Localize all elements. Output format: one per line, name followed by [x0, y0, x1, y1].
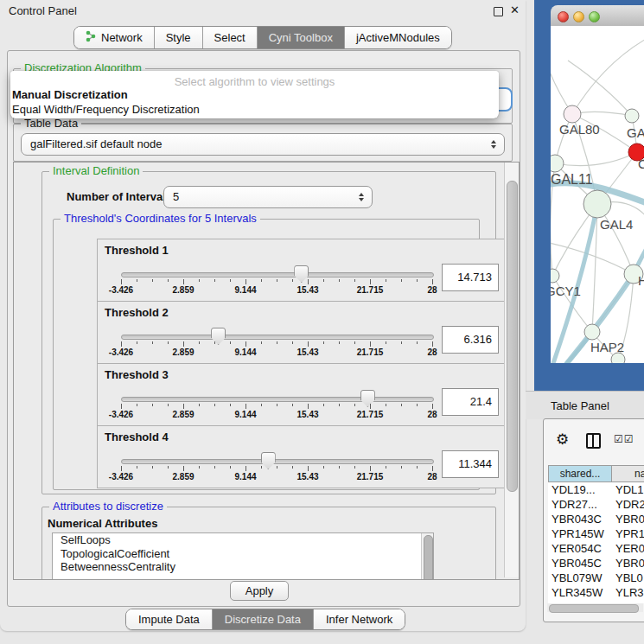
table-row[interactable]: YLR345WYLR3 [548, 585, 644, 600]
attributes-group-title: Attributes to discretize [49, 501, 167, 513]
major-tick [370, 279, 371, 284]
bottom-tab-impute-data[interactable]: Impute Data [126, 609, 213, 629]
table-row[interactable]: YDR27...YDR2 [548, 497, 644, 512]
attribute-item-betweennesscentrality[interactable]: BetweennessCentrality [53, 560, 433, 574]
settings-vertical-scrollbar[interactable] [504, 163, 519, 577]
tab-cyni-toolbox[interactable]: Cyni Toolbox [258, 27, 345, 48]
threshold-label: Threshold 1 [105, 244, 169, 257]
gear-icon[interactable]: ⚙ [556, 430, 569, 448]
minor-tick [323, 279, 324, 282]
tab-jactivemnodules-label: jActiveMNodules [356, 31, 440, 44]
table-horizontal-scrollbar[interactable] [547, 603, 643, 612]
scrollbar-thumb[interactable] [507, 181, 518, 492]
network-node-label: GAL4 [600, 217, 633, 232]
bottom-tab-infer-network[interactable]: Infer Network [314, 609, 405, 629]
scrollbar-thumb[interactable] [424, 535, 433, 580]
slider-thumb[interactable] [360, 390, 375, 407]
numerical-attributes-list[interactable]: SelfLoopsTopologicalCoefficientBetweenne… [52, 532, 434, 580]
table-data-combobox[interactable]: galFiltered.sif default node [21, 133, 505, 156]
table-row[interactable]: YBL079WYBL0 [548, 571, 644, 585]
major-tick [245, 466, 246, 471]
table-row[interactable]: YBR043CYBR0 [548, 512, 644, 526]
tab-style[interactable]: Style [155, 27, 203, 48]
bottom-tab-discretize-data[interactable]: Discretize Data [213, 609, 314, 629]
threshold-label: Threshold 2 [105, 306, 169, 319]
table-row[interactable]: YBR045CYBR0 [548, 556, 644, 571]
network-node-node-top-right[interactable] [625, 109, 639, 123]
minor-tick [168, 466, 169, 469]
close-icon[interactable]: ✕ [510, 3, 520, 16]
checkboxes-icon[interactable]: ☑☑ [614, 433, 634, 445]
network-node-gal11[interactable] [551, 155, 564, 172]
algorithm-option-equal-width-frequency-discretization[interactable]: Equal Width/Frequency Discretization [12, 103, 200, 116]
network-edge[interactable] [572, 38, 644, 114]
major-tick [308, 279, 309, 284]
network-canvas[interactable]: GAL80GACGAL11GAL4GCY1HHAP2 [551, 26, 644, 363]
slider-track[interactable] [121, 272, 434, 277]
tick-label: 15.43 [296, 285, 318, 295]
column-header-shared-name[interactable]: shared... [548, 465, 612, 482]
minor-tick [323, 466, 324, 469]
network-node-gal80[interactable] [564, 105, 581, 123]
float-window-icon[interactable] [494, 7, 503, 16]
minor-tick [292, 341, 293, 344]
threshold-value-field[interactable]: 14.713 [442, 264, 499, 291]
major-tick [183, 466, 184, 471]
algorithm-option-manual-discretization[interactable]: Manual Discretization [12, 88, 128, 101]
cell-shared-name: YER054C [548, 541, 612, 556]
number-of-intervals-value: 5 [173, 187, 179, 207]
minor-tick [339, 341, 340, 344]
minor-tick [214, 404, 215, 406]
table-row[interactable]: YDL19...YDL1 [548, 482, 644, 497]
threshold-value-field[interactable]: 21.4 [442, 388, 499, 416]
minor-tick [339, 466, 340, 469]
slider-thumb[interactable] [261, 452, 276, 469]
minor-tick [323, 404, 324, 406]
slider-track[interactable] [121, 335, 434, 340]
tick-label: 28 [427, 348, 437, 357]
apply-button[interactable]: Apply [230, 581, 289, 601]
network-graph[interactable]: GAL80GACGAL11GAL4GCY1HHAP2 [551, 26, 644, 363]
slider-thumb[interactable] [294, 265, 309, 283]
network-node-gcy1[interactable] [551, 269, 559, 283]
major-tick [370, 404, 371, 409]
network-edge[interactable] [551, 242, 634, 274]
attributes-list-scrollbar[interactable] [421, 533, 433, 580]
tick-label: 9.144 [234, 285, 256, 295]
threshold-value-field[interactable]: 11.344 [442, 450, 499, 478]
tab-network[interactable]: Network [74, 27, 155, 48]
table-row[interactable]: YPR145WYPR1 [548, 526, 644, 541]
network-node-label: GCY1 [551, 284, 581, 298]
network-edge[interactable] [555, 152, 637, 166]
tab-jactivemnodules[interactable]: jActiveMNodules [345, 27, 451, 48]
attribute-item-topologicalcoefficient[interactable]: TopologicalCoefficient [53, 547, 433, 561]
threshold-value-field[interactable]: 6.316 [442, 326, 499, 354]
network-node-gal4[interactable] [583, 190, 611, 218]
cell-name: YER0 [612, 541, 644, 556]
tick-label: 28 [427, 410, 437, 419]
mac-close-button[interactable] [558, 11, 569, 22]
split-columns-icon[interactable] [586, 433, 601, 449]
mac-minimize-button[interactable] [573, 11, 584, 22]
slider-track[interactable] [121, 397, 434, 402]
table-row[interactable]: YER054CYER0 [548, 541, 644, 556]
attribute-item-selfloops[interactable]: SelfLoops [53, 533, 433, 547]
major-tick [121, 404, 122, 409]
minor-tick [214, 279, 215, 282]
minor-tick [214, 341, 215, 344]
tab-select-label: Select [214, 31, 245, 44]
major-tick [183, 341, 184, 347]
column-header-name[interactable]: na [612, 465, 644, 482]
mac-zoom-button[interactable] [589, 11, 600, 22]
scrollbar-thumb[interactable] [549, 604, 639, 613]
slider-track[interactable] [121, 459, 434, 464]
minor-tick [152, 466, 153, 469]
tab-select[interactable]: Select [203, 27, 258, 48]
threshold-panel-2: Threshold 2-3.4262.8599.14415.4321.71528… [97, 301, 512, 364]
number-of-intervals-combobox[interactable]: 5 [163, 186, 373, 208]
network-node-hap2[interactable] [584, 324, 600, 340]
control-panel-window: Control Panel ✕ NetworkStyleSelectCyni T… [0, 0, 526, 631]
threshold-label: Threshold 3 [105, 368, 169, 381]
slider-thumb[interactable] [211, 328, 226, 345]
network-window-titlebar[interactable] [551, 5, 644, 27]
